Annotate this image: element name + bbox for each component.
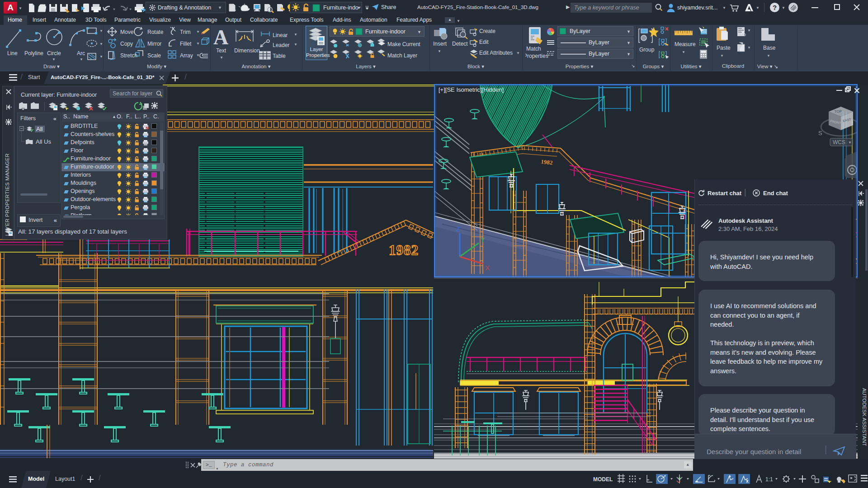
svg-text:Mirror: Mirror <box>147 41 161 47</box>
svg-text:Match: Match <box>526 46 541 52</box>
svg-text:▼: ▼ <box>99 29 103 33</box>
svg-text:▼: ▼ <box>720 54 724 58</box>
svg-text:▼: ▼ <box>80 57 83 61</box>
svg-text:Table: Table <box>273 53 286 59</box>
svg-text:▼: ▼ <box>196 42 200 46</box>
svg-text:Base: Base <box>763 45 776 51</box>
svg-text:▼: ▼ <box>767 54 770 58</box>
svg-text:▼: ▼ <box>747 46 751 50</box>
svg-text:A: A <box>213 26 228 49</box>
svg-text:Group: Group <box>639 47 655 53</box>
svg-text:Detect: Detect <box>452 41 468 47</box>
svg-text:Leader: Leader <box>273 42 289 48</box>
svg-text:▼: ▼ <box>220 56 223 60</box>
svg-text:Edit Attributes: Edit Attributes <box>479 50 513 56</box>
svg-text:1:1: 1:1 <box>765 476 773 483</box>
svg-text:Linear: Linear <box>273 32 288 38</box>
svg-text:Edit: Edit <box>479 39 489 45</box>
svg-text:▼: ▼ <box>294 42 297 47</box>
svg-text:Properties: Properties <box>525 53 548 59</box>
svg-text:Polyline: Polyline <box>24 50 43 56</box>
svg-text:▼: ▼ <box>294 33 297 37</box>
svg-text:▼: ▼ <box>682 50 685 54</box>
svg-text:Trim: Trim <box>180 29 191 35</box>
svg-text:▼: ▼ <box>99 42 103 46</box>
svg-text:▼: ▼ <box>196 30 200 34</box>
svg-text:▼: ▼ <box>747 28 751 33</box>
svg-text:Match Layer: Match Layer <box>387 52 417 59</box>
svg-text:Make Current: Make Current <box>387 41 420 47</box>
svg-text:Move: Move <box>120 29 134 35</box>
svg-text:Stretch: Stretch <box>120 52 137 59</box>
svg-text:▼: ▼ <box>196 53 200 57</box>
svg-text:Insert: Insert <box>433 41 447 47</box>
svg-text:Text: Text <box>216 47 226 54</box>
svg-text:Arc: Arc <box>77 50 85 56</box>
svg-text:Scale: Scale <box>147 52 161 59</box>
svg-text:Rotate: Rotate <box>147 29 164 35</box>
svg-text:▼: ▼ <box>438 49 441 53</box>
svg-text:Fillet: Fillet <box>180 41 192 47</box>
svg-text:▼: ▼ <box>52 57 56 61</box>
svg-text:Array: Array <box>180 52 193 59</box>
svg-text:Dimension: Dimension <box>234 47 260 54</box>
svg-text:Line: Line <box>7 50 18 56</box>
svg-text:Measure: Measure <box>675 41 696 47</box>
svg-text:▼: ▼ <box>99 55 103 59</box>
svg-text:▼: ▼ <box>516 51 520 55</box>
svg-text:Create: Create <box>479 28 495 34</box>
svg-text:Circle: Circle <box>47 50 61 56</box>
svg-text:Copy: Copy <box>120 41 133 47</box>
svg-text:Paste: Paste <box>717 45 731 51</box>
